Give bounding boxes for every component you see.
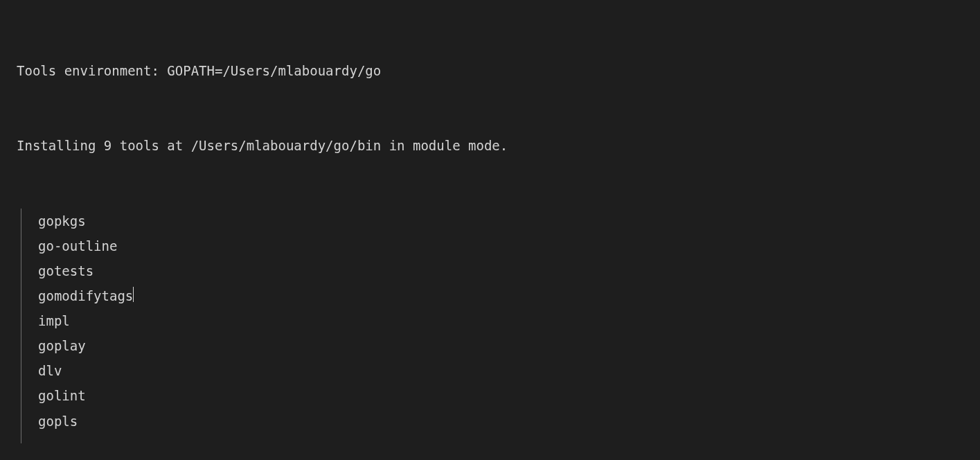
tool-item: go-outline <box>38 233 963 258</box>
tool-item: impl <box>38 308 963 333</box>
tool-item: gopkgs <box>38 209 963 233</box>
tool-item: golint <box>38 383 963 408</box>
tool-item: gotests <box>38 258 963 283</box>
install-summary-line: Installing 9 tools at /Users/mlabouardy/… <box>17 133 963 158</box>
tool-item: dlv <box>38 358 963 383</box>
tool-item: goplay <box>38 333 963 358</box>
tools-list: gopkgsgo-outlinegotestsgomodifytagsimplg… <box>21 209 963 443</box>
env-line: Tools environment: GOPATH=/Users/mlaboua… <box>17 58 963 83</box>
terminal-output: Tools environment: GOPATH=/Users/mlaboua… <box>17 8 963 460</box>
text-cursor <box>133 287 134 302</box>
tool-item: gomodifytags <box>38 283 963 308</box>
tool-item: gopls <box>38 409 963 434</box>
